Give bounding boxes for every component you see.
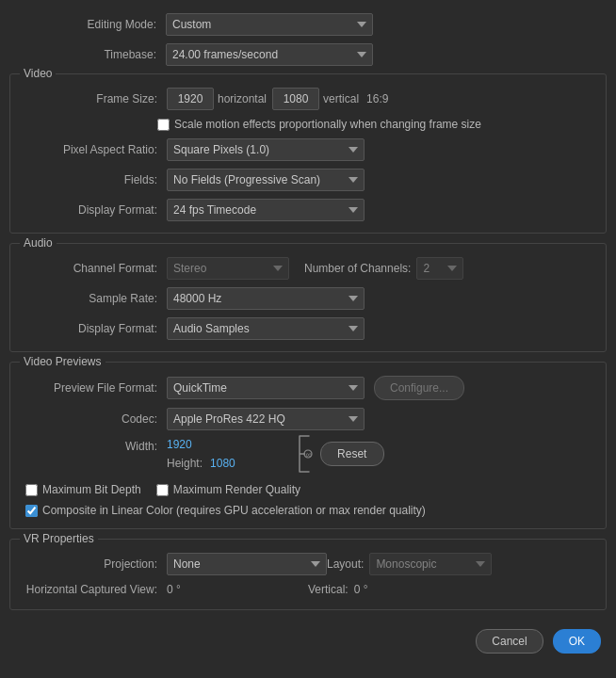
video-display-format-select[interactable]: 24 fps Timecode bbox=[167, 199, 365, 221]
composite-linear-checkbox[interactable] bbox=[25, 505, 38, 517]
audio-section: Audio Channel Format: Stereo Number of C… bbox=[9, 243, 607, 352]
preview-file-format-select[interactable]: QuickTime bbox=[167, 377, 365, 399]
width-label: Width: bbox=[25, 438, 157, 453]
vertical-value-vr: 0 ° bbox=[354, 583, 368, 596]
frame-width-input[interactable]: 1920 bbox=[167, 88, 214, 110]
footer: Cancel OK bbox=[0, 620, 616, 667]
projection-row: Projection: None Layout: Monoscopic bbox=[10, 553, 606, 575]
vertical-label: vertical bbox=[323, 92, 359, 105]
codec-select[interactable]: Apple ProRes 422 HQ bbox=[167, 408, 365, 430]
num-channels-label: Number of Channels: bbox=[304, 262, 411, 275]
capture-row: Horizontal Captured View: 0 ° Vertical: … bbox=[10, 583, 606, 596]
composite-linear-text: Composite in Linear Color (requires GPU … bbox=[42, 504, 426, 517]
pixel-aspect-ratio-label: Pixel Aspect Ratio: bbox=[25, 143, 157, 156]
scale-checkbox[interactable] bbox=[157, 119, 170, 131]
svg-text:∞: ∞ bbox=[305, 450, 311, 460]
audio-display-format-label: Display Format: bbox=[25, 322, 157, 335]
max-render-quality-checkbox[interactable] bbox=[156, 484, 169, 496]
timebase-label: Timebase: bbox=[24, 48, 156, 61]
projection-label: Projection: bbox=[25, 557, 157, 571]
scale-checkbox-label[interactable]: Scale motion effects proportionally when… bbox=[157, 118, 481, 131]
sample-rate-select[interactable]: 48000 Hz bbox=[167, 287, 365, 310]
video-section-title: Video bbox=[20, 67, 56, 80]
horizontal-captured-view-value: 0 ° bbox=[167, 583, 181, 596]
max-bit-depth-label[interactable]: Maximum Bit Depth bbox=[25, 483, 141, 496]
cancel-button[interactable]: Cancel bbox=[476, 629, 543, 654]
fields-label: Fields: bbox=[25, 173, 157, 186]
aspect-ratio: 16:9 bbox=[366, 92, 388, 105]
scale-checkbox-text: Scale motion effects proportionally when… bbox=[174, 118, 481, 131]
composite-linear-label[interactable]: Composite in Linear Color (requires GPU … bbox=[25, 504, 426, 517]
frame-size-label: Frame Size: bbox=[25, 92, 157, 105]
max-render-quality-text: Maximum Render Quality bbox=[173, 483, 300, 496]
editing-mode-select[interactable]: Custom bbox=[166, 13, 373, 36]
projection-select[interactable]: None bbox=[167, 553, 327, 575]
channel-format-label: Channel Format: bbox=[25, 262, 157, 275]
preview-file-format-label: Preview File Format: bbox=[25, 381, 157, 395]
height-label: Height: bbox=[167, 457, 203, 470]
vr-properties-section-title: VR Properties bbox=[20, 532, 98, 545]
link-bracket-icon: ∞ bbox=[292, 432, 315, 476]
horizontal-captured-view-label: Horizontal Captured View: bbox=[25, 583, 157, 596]
timebase-select[interactable]: 24.00 frames/second bbox=[166, 43, 373, 66]
configure-button[interactable]: Configure... bbox=[374, 376, 464, 400]
reset-button[interactable]: Reset bbox=[320, 442, 384, 466]
layout-select[interactable]: Monoscopic bbox=[369, 553, 492, 575]
preview-width-value: 1920 bbox=[167, 438, 192, 451]
audio-display-format-select[interactable]: Audio Samples bbox=[167, 317, 365, 340]
video-previews-section: Video Previews Preview File Format: Quic… bbox=[9, 362, 607, 529]
dialog: Editing Mode: Custom Timebase: 24.00 fra… bbox=[0, 0, 616, 667]
video-previews-section-title: Video Previews bbox=[20, 355, 105, 368]
preview-height-value: 1080 bbox=[208, 457, 235, 470]
editing-mode-label: Editing Mode: bbox=[24, 18, 156, 31]
channel-format-select[interactable]: Stereo bbox=[167, 257, 289, 280]
layout-label: Layout: bbox=[327, 557, 364, 571]
num-channels-select[interactable]: 2 bbox=[416, 257, 463, 280]
video-display-format-label: Display Format: bbox=[25, 203, 157, 217]
sample-rate-label: Sample Rate: bbox=[25, 292, 157, 305]
pixel-aspect-ratio-select[interactable]: Square Pixels (1.0) bbox=[167, 138, 365, 161]
max-render-quality-label[interactable]: Maximum Render Quality bbox=[156, 483, 300, 496]
video-section: Video Frame Size: 1920 horizontal 1080 v… bbox=[9, 73, 607, 234]
vertical-label-vr: Vertical: bbox=[308, 583, 349, 596]
fields-select[interactable]: No Fields (Progressive Scan) bbox=[167, 169, 365, 191]
ok-button[interactable]: OK bbox=[553, 629, 601, 654]
frame-height-input[interactable]: 1080 bbox=[272, 88, 319, 110]
vr-properties-section: VR Properties Projection: None Layout: M… bbox=[9, 539, 607, 610]
audio-section-title: Audio bbox=[20, 236, 57, 250]
max-bit-depth-text: Maximum Bit Depth bbox=[42, 483, 141, 496]
codec-label: Codec: bbox=[25, 412, 157, 426]
horizontal-label: horizontal bbox=[218, 92, 267, 105]
max-bit-depth-checkbox[interactable] bbox=[25, 484, 38, 496]
